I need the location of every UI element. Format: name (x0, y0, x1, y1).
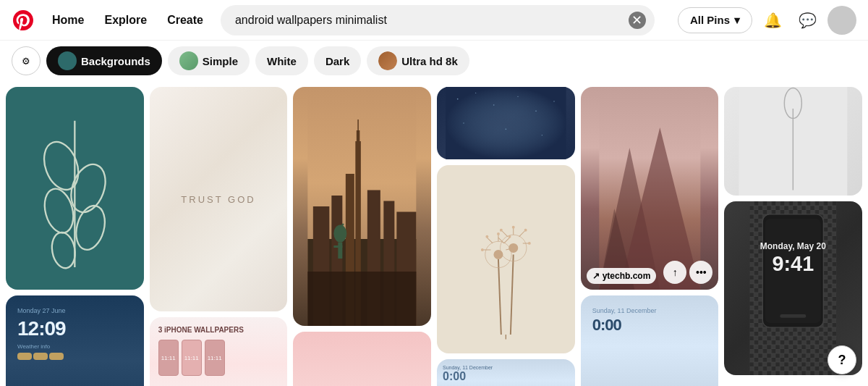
pin-card[interactable]: Monday 27 June 12:09 Weather info (6, 295, 144, 386)
filter-chip-ultra-hd-label: Ultra hd 8k (401, 55, 458, 67)
chat-icon: 💬 (799, 12, 817, 29)
header-right: All Pins ▾ 🔔 💬 (678, 6, 856, 35)
bell-icon: 🔔 (764, 12, 782, 29)
filter-chip-simple[interactable]: Simple (168, 46, 250, 75)
nav-explore[interactable]: Explore (95, 8, 156, 33)
masonry-grid: Monday 27 June 12:09 Weather info TRUST … (6, 87, 862, 386)
messages-button[interactable]: 💬 (793, 6, 822, 35)
filter-chip-ultra-hd[interactable]: Ultra hd 8k (367, 46, 469, 75)
pin-card[interactable]: TRUST GOD (150, 87, 288, 311)
notifications-button[interactable]: 🔔 (758, 6, 787, 35)
pin-card[interactable] (724, 87, 862, 196)
main-nav: Home Explore Create (43, 8, 212, 33)
user-avatar[interactable] (827, 6, 856, 35)
search-bar: ✕ (221, 5, 655, 35)
pin-card[interactable] (6, 87, 144, 290)
pin-card[interactable]: Sunday, 11 December 0:00 (437, 359, 575, 386)
filter-chip-backgrounds-label: Backgrounds (81, 55, 150, 67)
filter-chip-dark[interactable]: Dark (314, 46, 361, 75)
filter-chip-simple-avatar (179, 51, 198, 70)
filter-chip-simple-label: Simple (203, 55, 238, 67)
all-pins-label: All Pins (690, 14, 730, 26)
masonry-col-4: Sunday, 11 December 0:00 (437, 87, 575, 386)
nav-create[interactable]: Create (158, 8, 212, 33)
chevron-down-icon: ▾ (734, 14, 740, 27)
pin-card[interactable]: 3 iPHONE WALLPAPERS 11:11 11:11 11:11 (150, 317, 288, 386)
question-mark-icon: ? (838, 353, 846, 368)
masonry-col-6: Monday, May 20 9:41 (724, 87, 862, 386)
masonry-col-1: Monday 27 June 12:09 Weather info (6, 87, 144, 386)
masonry-col-5: ↗ ytechb.com ↑ ••• Sunday, 11 December 0… (581, 87, 719, 386)
help-button[interactable]: ? (827, 345, 856, 374)
filter-chip-backgrounds[interactable]: Backgrounds (46, 46, 162, 75)
search-clear-button[interactable]: ✕ (629, 12, 646, 29)
filter-chip-dark-label: Dark (326, 55, 349, 67)
filter-chip-white-label: White (267, 55, 297, 67)
pin-card[interactable] (437, 165, 575, 353)
search-input[interactable] (221, 5, 655, 35)
filter-bar: ⚙ Backgrounds Simple White Dark Ultra hd… (0, 41, 868, 81)
pin-card[interactable]: Sunday, 11 December 0:00 (581, 295, 719, 386)
sliders-icon: ⚙ (22, 56, 30, 67)
masonry-col-2: TRUST GOD 3 iPHONE WALLPAPERS 11:11 11:1… (150, 87, 288, 386)
pinterest-logo[interactable] (12, 9, 35, 32)
masonry-col-3 (293, 87, 431, 386)
filter-chip-white[interactable]: White (255, 46, 308, 75)
pin-card[interactable] (293, 332, 431, 386)
pin-card[interactable] (293, 87, 431, 326)
all-pins-dropdown[interactable]: All Pins ▾ (678, 7, 752, 33)
pin-card[interactable] (437, 87, 575, 159)
filter-chip-ultra-hd-avatar (378, 51, 397, 70)
nav-home[interactable]: Home (43, 8, 93, 33)
header: Home Explore Create ✕ All Pins ▾ 🔔 💬 (0, 0, 868, 41)
filter-options-button[interactable]: ⚙ (12, 46, 41, 75)
filter-chip-backgrounds-avatar (58, 51, 77, 70)
pin-card[interactable]: ↗ ytechb.com ↑ ••• (581, 87, 719, 290)
pin-feed: Monday 27 June 12:09 Weather info TRUST … (0, 81, 868, 386)
